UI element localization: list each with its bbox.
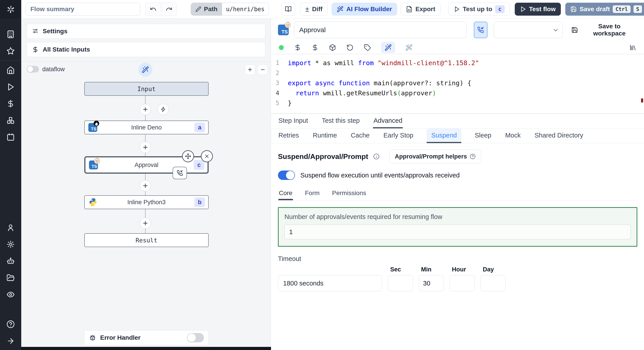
unit-label: Sec	[390, 266, 413, 273]
docs-book-button[interactable]	[281, 3, 295, 16]
undo-icon	[150, 6, 156, 12]
code-line-2[interactable]: 2	[271, 68, 644, 78]
suspend-indicator-button[interactable]	[474, 22, 488, 38]
timeout-day-input[interactable]	[480, 275, 506, 291]
tab-mock[interactable]: Mock	[505, 129, 521, 143]
tab-early-stop[interactable]: Early Stop	[383, 129, 414, 143]
workers-robot-icon[interactable]	[6, 257, 15, 265]
code-line-4[interactable]: 4 return wmill.getResumeUrls(approver)	[271, 88, 644, 98]
schedules-calendar-icon[interactable]	[6, 133, 15, 141]
save-to-workspace-button[interactable]: Save to workspace	[571, 23, 637, 37]
error-handler-toggle[interactable]	[187, 333, 204, 343]
line-number: 3	[271, 79, 288, 86]
code-editor[interactable]: 1import * as wmill from "windmill-client…	[271, 54, 644, 114]
ai-assistant-button-active[interactable]	[381, 42, 395, 53]
test-flow-button[interactable]: Test flow	[515, 3, 561, 16]
suspend-phone-badge[interactable]	[173, 167, 187, 179]
step-id-badge: b	[194, 197, 205, 207]
pencil-icon	[196, 6, 201, 12]
help-icon[interactable]	[6, 320, 15, 328]
node-inline-python[interactable]: Inline Python3 b	[84, 195, 209, 209]
runs-play-icon[interactable]	[6, 83, 15, 91]
user-icon[interactable]	[6, 223, 15, 232]
tab-retries[interactable]: Retries	[278, 129, 300, 143]
tag-format-icon[interactable]	[364, 44, 371, 51]
node-result[interactable]: Result	[84, 233, 209, 247]
tab-permissions[interactable]: Permissions	[332, 187, 366, 200]
tab-test-this-step[interactable]: Test this step	[321, 114, 360, 128]
export-button[interactable]: Export	[401, 3, 440, 16]
tab-advanced[interactable]: Advanced	[373, 114, 403, 128]
node-inline-deno[interactable]: TS Inline Deno a	[84, 121, 209, 134]
tab-sleep[interactable]: Sleep	[474, 129, 492, 143]
redo-button[interactable]	[161, 3, 177, 16]
flow-summary-input[interactable]	[26, 3, 140, 16]
wand-off-icon[interactable]	[406, 44, 412, 51]
approval-helpers-button[interactable]: Approval/Prompt helpers	[389, 150, 482, 164]
code-line-5[interactable]: 5}	[271, 98, 644, 108]
code-token: export async function	[288, 79, 370, 87]
star-icon[interactable]	[6, 47, 15, 55]
approvals-required-input[interactable]	[284, 224, 631, 239]
step-id-badge: a	[194, 123, 205, 132]
approvals-required-label: Number of approvals/events required for …	[284, 213, 631, 220]
move-node-handle[interactable]	[182, 150, 194, 162]
expand-arrow-icon[interactable]	[6, 337, 15, 345]
step-tabs: Step InputTest this stepAdvanced	[271, 114, 644, 129]
rotate-reset-icon[interactable]	[346, 44, 354, 51]
script-version-select[interactable]	[494, 22, 563, 38]
step-name-input[interactable]	[294, 22, 467, 38]
save-draft-button[interactable]: Save draft Ctrl S	[565, 3, 644, 16]
library-icon[interactable]	[629, 44, 636, 51]
timeout-seconds-input[interactable]	[278, 275, 382, 291]
timeout-hour-input[interactable]	[450, 275, 475, 291]
undo-button[interactable]	[145, 3, 161, 16]
tab-runtime[interactable]: Runtime	[312, 129, 338, 143]
lsp-status-dot-icon	[279, 45, 284, 50]
info-icon[interactable]	[373, 153, 380, 160]
timeout-sec-input[interactable]	[388, 275, 413, 291]
windmill-logo[interactable]	[0, 0, 21, 18]
folders-icon[interactable]	[6, 274, 15, 282]
building-icon[interactable]	[6, 30, 15, 38]
path-edit-button[interactable]: Path	[191, 3, 222, 15]
code-line-1[interactable]: 1import * as wmill from "windmill-client…	[271, 58, 644, 68]
add-step-button[interactable]	[140, 142, 151, 153]
test-up-to-step-key: c	[495, 5, 504, 13]
tab-shared-directory[interactable]: Shared Directory	[534, 129, 584, 143]
tab-cache[interactable]: Cache	[350, 129, 370, 143]
app-sidebar	[0, 0, 21, 350]
timeout-min-input[interactable]	[419, 275, 444, 291]
error-handler-card[interactable]: Error Handler	[84, 330, 209, 345]
package-icon[interactable]	[329, 44, 336, 51]
node-approval-selected[interactable]: TS Approval c	[84, 156, 209, 174]
add-step-button[interactable]	[140, 104, 151, 115]
add-step-button[interactable]	[140, 180, 151, 191]
suspend-enable-toggle[interactable]	[278, 171, 295, 180]
tab-core[interactable]: Core	[278, 187, 293, 200]
settings-gear-icon[interactable]	[6, 240, 15, 248]
unit-label: Min	[421, 266, 444, 273]
home-icon[interactable]	[6, 66, 15, 74]
phone-incoming-icon	[477, 26, 484, 33]
add-trigger-button[interactable]	[158, 104, 169, 115]
save-icon	[571, 26, 578, 33]
audit-eye-icon[interactable]	[6, 290, 15, 299]
diff-button[interactable]: ± Diff	[300, 3, 328, 16]
code-line-3[interactable]: 3export async function main(approver?: s…	[271, 78, 644, 88]
variables-dollar-icon[interactable]	[6, 100, 15, 108]
path-value[interactable]: u/henri/bes	[222, 3, 268, 15]
add-step-button[interactable]	[140, 218, 151, 229]
dollar-sign-icon[interactable]	[312, 44, 319, 51]
dollar-sign-icon[interactable]	[294, 44, 301, 51]
node-input[interactable]: Input	[84, 82, 209, 96]
baby-face-icon	[284, 22, 291, 28]
tab-form[interactable]: Form	[304, 187, 320, 200]
timeout-unit-sec: Sec	[388, 266, 413, 291]
delete-node-button[interactable]	[201, 150, 213, 162]
tab-step-input[interactable]: Step Input	[278, 114, 308, 128]
ai-flow-builder-button[interactable]: AI Flow Builder	[332, 3, 397, 16]
tab-suspend[interactable]: Suspend	[427, 129, 461, 143]
resources-boxes-icon[interactable]	[6, 116, 15, 125]
test-up-to-button[interactable]: Test up to c	[448, 3, 510, 16]
